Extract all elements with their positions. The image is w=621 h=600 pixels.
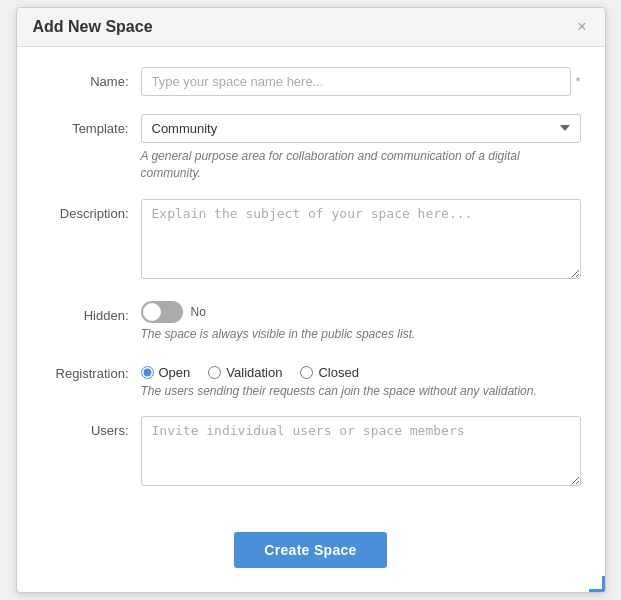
toggle-wrap: No (141, 301, 581, 323)
toggle-slider (141, 301, 183, 323)
name-row: Name: * (41, 67, 581, 96)
hidden-wrap: No The space is always visible in the pu… (141, 301, 581, 341)
modal-header: Add New Space × (17, 8, 605, 47)
hidden-hint: The space is always visible in the publi… (141, 327, 581, 341)
template-row: Template: Community Project Team A gener… (41, 114, 581, 182)
hidden-toggle[interactable] (141, 301, 183, 323)
radio-validation-label: Validation (226, 365, 282, 380)
registration-wrap: Open Validation Closed The users sending… (141, 359, 581, 398)
radio-open-label: Open (159, 365, 191, 380)
radio-validation[interactable]: Validation (208, 365, 282, 380)
hidden-row: Hidden: No The space is always visible i… (41, 301, 581, 341)
radio-closed-label: Closed (318, 365, 358, 380)
registration-hint: The users sending their requests can joi… (141, 384, 581, 398)
close-button[interactable]: × (575, 19, 588, 35)
radio-closed[interactable]: Closed (300, 365, 358, 380)
create-space-button[interactable]: Create Space (234, 532, 386, 568)
radio-open-input[interactable] (141, 366, 154, 379)
registration-row: Registration: Open Validation Closed (41, 359, 581, 398)
add-new-space-modal: Add New Space × Name: * Template: Commun… (16, 7, 606, 594)
description-textarea[interactable] (141, 199, 581, 279)
template-hint: A general purpose area for collaboration… (141, 148, 581, 182)
users-textarea[interactable] (141, 416, 581, 486)
name-input-wrap: * (141, 67, 581, 96)
users-row: Users: (41, 416, 581, 490)
template-select[interactable]: Community Project Team (141, 114, 581, 143)
radio-closed-input[interactable] (300, 366, 313, 379)
name-input[interactable] (141, 67, 572, 96)
users-wrap (141, 416, 581, 490)
radio-open[interactable]: Open (141, 365, 191, 380)
name-label: Name: (41, 67, 141, 89)
modal-body: Name: * Template: Community Project Team… (17, 47, 605, 533)
corner-decoration (589, 576, 605, 592)
modal-footer: Create Space (17, 532, 605, 592)
description-label: Description: (41, 199, 141, 221)
hidden-label: Hidden: (41, 301, 141, 323)
toggle-label-text: No (191, 305, 206, 319)
template-label: Template: (41, 114, 141, 136)
description-wrap (141, 199, 581, 283)
modal-title: Add New Space (33, 18, 153, 36)
template-wrap: Community Project Team A general purpose… (141, 114, 581, 182)
users-label: Users: (41, 416, 141, 438)
registration-label: Registration: (41, 359, 141, 381)
required-indicator: * (575, 74, 580, 89)
registration-radio-group: Open Validation Closed (141, 359, 581, 380)
description-row: Description: (41, 199, 581, 283)
radio-validation-input[interactable] (208, 366, 221, 379)
